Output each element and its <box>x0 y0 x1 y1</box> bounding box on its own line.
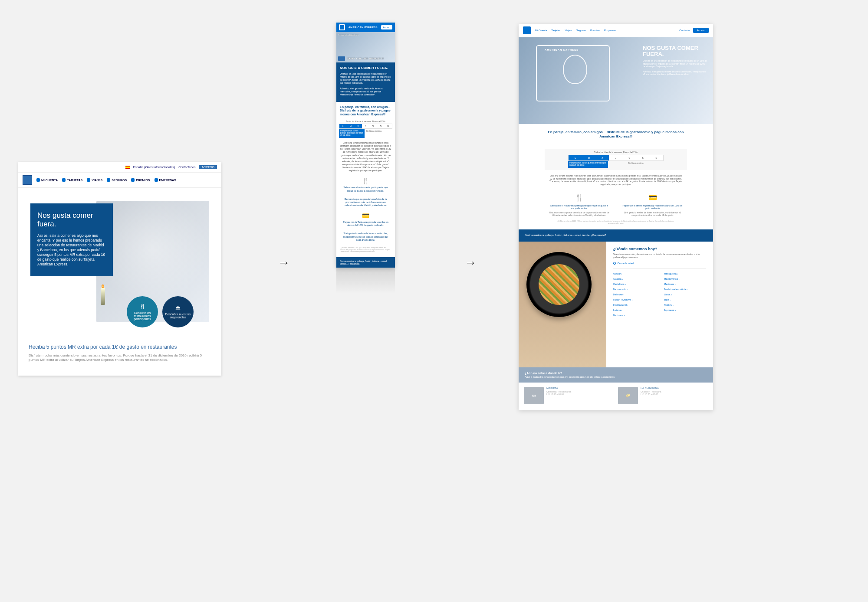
cloche-icon <box>174 305 181 311</box>
day-j[interactable]: J <box>362 124 369 128</box>
restaurant-card[interactable]: 🍽 MARIETA Castellana · Mediterránea L-D … <box>524 387 614 404</box>
steps-row: 🍴 Seleccione el restaurante participante… <box>519 190 713 219</box>
card-icon <box>338 56 345 61</box>
week-badge: multiplicamos x5 sus puntos obtenidos po… <box>568 161 608 168</box>
category-link[interactable]: Asador › <box>613 271 655 276</box>
week-label: Todos los días de la semana: Abono del 1… <box>545 151 687 154</box>
hero-p1: Disfrute en una selección de restaurante… <box>643 59 708 68</box>
locale-link[interactable]: España (Otros internacionales) <box>133 166 175 169</box>
category-link[interactable]: Mexicana › <box>613 313 655 318</box>
category-link[interactable]: Marisquería › <box>664 271 706 276</box>
category-link[interactable]: Italiana › <box>613 308 655 313</box>
category-link[interactable]: Castellana › <box>613 281 655 287</box>
day-l[interactable]: L <box>339 124 347 128</box>
hero-p2: Además, si el gasto lo realiza de lunes … <box>643 70 708 76</box>
where-title: ¿Dónde comemos hoy? <box>613 247 706 251</box>
nav-item[interactable]: TARJETAS <box>62 178 82 182</box>
category-link[interactable]: De mercado › <box>613 287 655 292</box>
day-s[interactable]: S <box>636 155 650 160</box>
restaurant-hours: L-D 13:30 a 00:00 <box>546 393 571 396</box>
card-icon: 💳 <box>336 210 395 219</box>
near-you-link[interactable]: Cerca de usted <box>613 262 706 265</box>
day-x[interactable]: X <box>595 155 609 160</box>
week-widget: Todos los días de la semana: Abono del 1… <box>545 149 687 170</box>
cutlery-icon <box>139 304 146 310</box>
category-link[interactable]: Mediterránea › <box>664 276 706 281</box>
nav-item[interactable]: EMPRESAS <box>155 178 176 182</box>
nav-item[interactable]: PREMIOS <box>131 178 150 182</box>
day-l[interactable]: L <box>569 155 582 160</box>
category-link[interactable]: Internacional › <box>613 302 655 308</box>
nav-item[interactable]: Empresas <box>604 29 616 32</box>
lowbanner-title: ¿Aún no sabe a dónde ir? <box>525 372 707 375</box>
headline-panel: NOS GUSTA COMER FUERA. Disfrute en una s… <box>336 62 395 102</box>
amex-logo-icon[interactable] <box>339 24 345 30</box>
login-button[interactable]: Acceso <box>381 25 392 29</box>
day-m[interactable]: M <box>347 124 354 128</box>
category-link[interactable]: Tradicional española › <box>664 287 706 292</box>
category-link[interactable]: Healthy › <box>664 302 706 308</box>
hero-body: Así es, salir a comer es algo que nos en… <box>37 233 106 267</box>
category-link[interactable]: Fusión / Creativa › <box>613 297 655 302</box>
tagline: DON'T LIVE LIFE WITHOUT IT <box>348 57 384 60</box>
category-link[interactable]: Japonesa › <box>664 308 706 313</box>
mockup-mobile: AMERICAN EXPRESS Acceso #restaurantes @d… <box>336 23 395 268</box>
hero-title: Nos gusta comer fuera. <box>37 211 106 228</box>
day-d[interactable]: D <box>385 124 392 128</box>
subhead-section: En pareja, en familia, con amigos... Dis… <box>519 124 713 144</box>
restaurant-thumb: 🌮 <box>618 387 638 404</box>
section-copy: Disfrute mucho más comiendo en sus resta… <box>18 353 221 376</box>
nav-item[interactable]: SEGUROS <box>107 178 127 182</box>
cta-suggestions-button[interactable]: Descubra nuestras sugerencias <box>162 296 194 327</box>
category-link[interactable]: Mexicana › <box>664 281 706 287</box>
restaurant-card[interactable]: 🌮 LA CHINGONA Chamberí · Mexicana L-D 13… <box>618 387 708 404</box>
day-v[interactable]: V <box>369 124 377 128</box>
day-d[interactable]: D <box>650 155 663 160</box>
step-1: Seleccione el restaurante participante q… <box>336 184 395 196</box>
day-x[interactable]: X <box>355 124 362 128</box>
cta-restaurants-button[interactable]: Consulte los restaurantes participantes <box>127 296 158 327</box>
category-link[interactable]: India › <box>664 297 706 302</box>
nav-item[interactable]: MI CUENTA <box>36 178 58 182</box>
category-link[interactable]: Asiática › <box>613 276 655 281</box>
main-nav: MI CUENTA TARJETAS VIAJES SEGUROS PREMIO… <box>18 172 221 188</box>
hero-title: NOS GUSTA COMER FUERA. <box>643 45 708 57</box>
fine-print: (1) Abono máximo 120€. (2) Los puntos ot… <box>519 219 713 230</box>
divider <box>613 268 706 268</box>
mockup-desktop-new: Mi Cuenta Tarjetas Viajes Seguros Premio… <box>519 24 713 410</box>
pin-icon <box>612 262 616 265</box>
login-button[interactable]: Acceso <box>693 28 709 33</box>
nav-item[interactable]: Viajes <box>565 29 572 32</box>
contact-link[interactable]: Contacto <box>679 29 690 32</box>
contact-link[interactable]: Contáctenos <box>178 166 195 169</box>
promo-paragraph: Este año tendrá muchas más razones para … <box>336 138 395 176</box>
sketch-frame: AMERICAN EXPRESS <box>536 45 610 101</box>
amex-logo-icon[interactable] <box>523 26 531 34</box>
mobile-header: AMERICAN EXPRESS Acceso <box>336 23 395 32</box>
amex-logo-icon[interactable] <box>23 175 32 185</box>
nav-item[interactable]: Premios <box>590 29 600 32</box>
day-j[interactable]: J <box>609 155 622 160</box>
week-badge: multiplicamos x5 sus puntos obtenidos po… <box>339 129 365 138</box>
hero: Nos gusta comer fuera. Así es, salir a c… <box>18 188 221 327</box>
lowbanner-sub: Aquí a cada día, una recomendación: desc… <box>525 376 707 378</box>
nav-item[interactable]: Mi Cuenta <box>535 29 547 32</box>
step-2: Pague con la Tarjeta registrada y reciba… <box>336 219 395 230</box>
sketch-label: AMERICAN EXPRESS <box>545 49 579 51</box>
nav-item[interactable]: VIAJES <box>87 178 102 182</box>
food-photo <box>519 242 606 367</box>
category-link[interactable]: Vasca › <box>664 292 706 297</box>
day-s[interactable]: S <box>377 124 384 128</box>
category-link[interactable]: Del norte › <box>613 292 655 297</box>
nav-item[interactable]: Tarjetas <box>551 29 560 32</box>
mockup-desktop-old: España (Otros internacionales) Contácten… <box>18 162 221 376</box>
promo-p2: Además, si el gasto lo realiza de lunes … <box>340 87 391 96</box>
week-label: Todos los días de la semana: Abono del 1… <box>339 120 392 124</box>
login-button[interactable]: ACCESO <box>199 165 217 169</box>
day-v[interactable]: V <box>623 155 636 160</box>
nav-item[interactable]: Seguros <box>576 29 586 32</box>
day-m[interactable]: M <box>582 155 595 160</box>
hero-text: NOS GUSTA COMER FUERA. Disfrute en una s… <box>643 45 708 78</box>
topbar: España (Otros internacionales) Contácten… <box>18 162 221 172</box>
cutlery-icon: 🍴 <box>336 176 395 184</box>
